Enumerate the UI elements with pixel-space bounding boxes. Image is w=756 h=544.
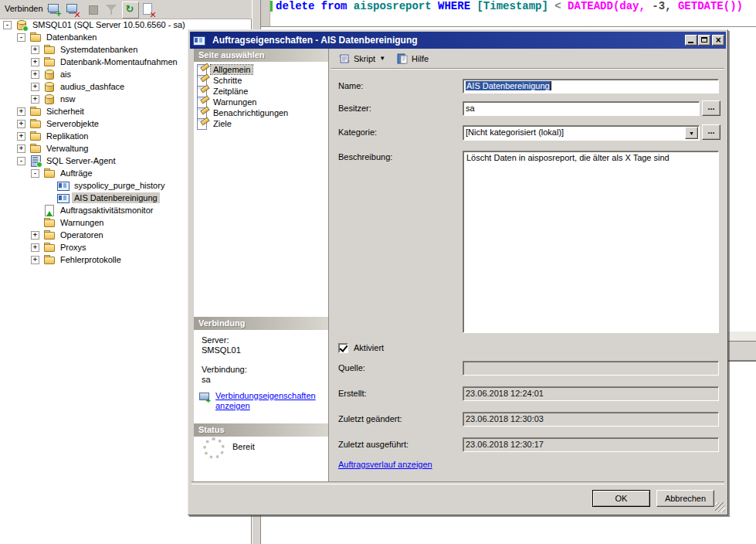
- tree-expand-icon[interactable]: +: [31, 231, 39, 240]
- status-header: Status: [194, 423, 328, 437]
- tree-item-auftragsaktivitaetsmonitor[interactable]: Auftragsaktivitätsmonitor: [0, 204, 155, 216]
- tree-expand-icon[interactable]: +: [17, 120, 25, 128]
- connection-header: Verbindung: [194, 317, 328, 330]
- refresh-icon[interactable]: ↻: [122, 2, 139, 19]
- created-label: Erstellt:: [338, 389, 367, 398]
- tree-item-systemdatenbanken[interactable]: + Systemdatenbanken: [0, 43, 140, 56]
- job-icon: [193, 34, 205, 46]
- cancel-button[interactable]: Abbrechen: [656, 490, 714, 507]
- tree-item-datenbanken[interactable]: - Datenbanken: [0, 31, 99, 43]
- sql-identifier: [Timestamp]: [476, 0, 554, 12]
- dialog-titlebar[interactable]: Auftragseigenschaften - AIS Datenbereini…: [190, 32, 726, 49]
- ok-button[interactable]: OK: [592, 490, 650, 507]
- job-history-link[interactable]: Auftragsverlauf anzeigen: [338, 460, 432, 469]
- owner-label: Besitzer:: [338, 104, 371, 113]
- dialog-left-pane: Seite auswählen Allgemein Schritte Zeitp…: [194, 49, 329, 481]
- remove-filter-icon[interactable]: ✕: [141, 2, 156, 17]
- tree-item-operatoren[interactable]: + Operatoren: [0, 229, 106, 241]
- page-item-label: Zeitpläne: [211, 87, 250, 96]
- tree-expand-icon[interactable]: +: [31, 70, 39, 79]
- register-server-icon[interactable]: +: [46, 2, 62, 17]
- page-item-ziele[interactable]: Ziele: [196, 117, 234, 129]
- category-browse-button[interactable]: ...: [702, 124, 720, 140]
- script-icon: [338, 53, 351, 65]
- connection-properties-icon: [198, 391, 211, 403]
- page-item-label: Allgemein: [211, 65, 253, 74]
- tree-item-label: Fehlerprotokolle: [58, 254, 124, 265]
- tree-item-replikation[interactable]: + Replikation: [0, 130, 90, 142]
- tree-item-fehlerprotokolle[interactable]: + Fehlerprotokolle: [0, 253, 124, 266]
- tree-expand-icon[interactable]: +: [31, 58, 39, 66]
- tree-item-warnungen[interactable]: Warnungen: [0, 216, 106, 229]
- disconnect-icon[interactable]: ✕: [65, 2, 80, 17]
- tree-item-audius-dashface[interactable]: + audius_dashface: [0, 80, 127, 93]
- enabled-checkbox[interactable]: [338, 343, 348, 353]
- tree-item-sql-server-agent[interactable]: - SQL Server-Agent: [0, 155, 117, 167]
- tree-item-label-selected: AIS Datenbereinigung: [72, 192, 160, 203]
- script-dropdown-button[interactable]: Skript ▼: [335, 50, 388, 67]
- name-label: Name:: [338, 81, 363, 90]
- tree-item-nsw[interactable]: + nsw: [0, 93, 78, 105]
- tree-expand-icon[interactable]: +: [31, 243, 39, 252]
- tree-expand-icon[interactable]: +: [31, 256, 39, 264]
- page-item-label: Ziele: [211, 119, 234, 128]
- connection-properties-link[interactable]: Verbindungseigenschaften anzeigen: [215, 391, 324, 411]
- tree-item-label: Verwaltung: [44, 143, 90, 154]
- name-input[interactable]: AIS Datenbereinigung: [463, 79, 719, 94]
- tree-collapse-icon[interactable]: -: [17, 33, 25, 42]
- source-field: [463, 361, 719, 376]
- tree-item-momentaufnahmen[interactable]: + Datenbank-Momentaufnahmen: [0, 56, 180, 68]
- help-button[interactable]: Hilfe: [393, 50, 432, 67]
- tree-item-label: Datenbanken: [44, 32, 99, 42]
- close-icon[interactable]: ×: [712, 35, 724, 46]
- owner-input[interactable]: sa: [463, 101, 700, 116]
- folder-icon: [43, 56, 56, 68]
- tree-expand-icon[interactable]: +: [31, 46, 39, 54]
- tree-expand-icon[interactable]: +: [31, 83, 39, 91]
- sql-keyword: WHERE: [438, 0, 476, 12]
- folder-icon: [43, 253, 56, 266]
- tree-expand-icon[interactable]: +: [17, 107, 25, 116]
- tree-item-server[interactable]: - SMSQL01 (SQL Server 10.50.6560 - sa): [0, 19, 188, 31]
- combo-dropdown-icon[interactable]: ▼: [685, 127, 698, 139]
- tree-item-sicherheit[interactable]: + Sicherheit: [0, 105, 86, 117]
- maximize-icon[interactable]: [698, 35, 710, 46]
- tree-item-proxys[interactable]: + Proxys: [0, 241, 89, 253]
- sql-function: DATEADD(day,: [568, 0, 652, 12]
- tree-expand-icon[interactable]: +: [17, 144, 25, 153]
- sql-text-line[interactable]: delete from aisposreport WHERE [Timestam…: [276, 1, 743, 12]
- minimize-icon[interactable]: [685, 35, 697, 46]
- tree-collapse-icon[interactable]: -: [31, 169, 39, 178]
- tree-item-label: Replikation: [44, 131, 90, 141]
- sql-number: -3,: [652, 0, 678, 12]
- tree-expand-icon[interactable]: +: [31, 95, 39, 104]
- tree-item-ais[interactable]: + ais: [0, 68, 73, 80]
- tree-expand-icon[interactable]: +: [17, 132, 25, 141]
- category-combobox[interactable]: [Nicht kategorisiert (lokal)] ▼: [463, 125, 700, 141]
- sql-function: GETDATE()): [678, 0, 743, 12]
- server-icon: [15, 19, 28, 31]
- tree-collapse-icon[interactable]: -: [17, 157, 25, 165]
- dialog-title: Auftragseigenschaften - AIS Datenbereini…: [212, 35, 418, 46]
- tree-item-auftraege[interactable]: - Aufträge: [0, 167, 95, 179]
- tree-item-syspolicy-purge-history[interactable]: syspolicy_purge_history: [0, 179, 167, 192]
- tree-item-label: audius_dashface: [58, 81, 127, 92]
- text-caret: [551, 81, 551, 90]
- resize-grip[interactable]: [715, 502, 725, 512]
- description-textarea[interactable]: Löscht Daten in aisposreport, die älter …: [463, 151, 719, 333]
- tree-item-label: Proxys: [58, 242, 89, 253]
- server-value: SMSQL01: [202, 345, 241, 355]
- tree-item-serverobjekte[interactable]: + Serverobjekte: [0, 117, 101, 130]
- tree-item-verwaltung[interactable]: + Verwaltung: [0, 142, 90, 155]
- job-properties-dialog: Auftragseigenschaften - AIS Datenbereini…: [188, 29, 728, 515]
- pages-header: Seite auswählen: [194, 49, 328, 62]
- owner-browse-button[interactable]: ...: [702, 100, 720, 116]
- tree-collapse-icon[interactable]: -: [3, 21, 12, 29]
- folder-icon: [29, 142, 42, 155]
- page-item-benachrichtigungen[interactable]: Benachrichtigungen: [196, 107, 290, 118]
- folder-icon: [43, 229, 56, 241]
- job-icon: [57, 192, 69, 204]
- tree-item-label: Operatoren: [58, 230, 106, 240]
- page-item-label: Warnungen: [211, 97, 259, 107]
- tree-item-ais-datenbereinigung[interactable]: AIS Datenbereinigung: [0, 192, 160, 204]
